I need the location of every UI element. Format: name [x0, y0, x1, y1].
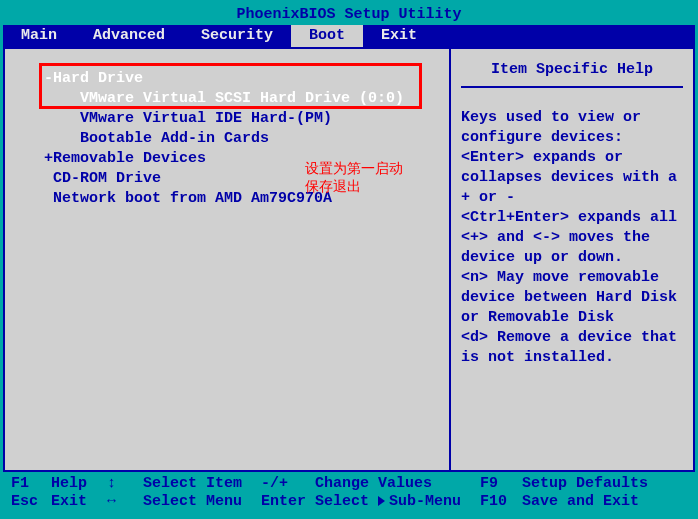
menu-boot[interactable]: Boot	[291, 25, 363, 47]
leftright-arrow-icon	[107, 493, 143, 511]
key-esc-label: Exit	[51, 493, 107, 511]
app-title: PhoenixBIOS Setup Utility	[3, 3, 695, 25]
help-title: Item Specific Help	[461, 57, 683, 88]
updown-arrow-icon	[107, 475, 143, 493]
footer-keys: F1 Help Select Item -/+ Change Values F9…	[3, 472, 695, 516]
help-body: Keys used to view or configure devices: …	[461, 108, 683, 368]
menu-bar: Main Advanced Security Boot Exit	[3, 25, 695, 47]
key-enter[interactable]: Enter	[261, 493, 315, 511]
triangle-right-icon	[378, 496, 385, 506]
key-f9-label: Setup Defaults	[522, 475, 687, 493]
plusminus-key[interactable]: -/+	[261, 475, 315, 493]
key-f1[interactable]: F1	[11, 475, 51, 493]
key-f10[interactable]: F10	[480, 493, 522, 511]
select-menu-label: Select Menu	[143, 493, 261, 511]
boot-item-0[interactable]: -Hard Drive	[17, 69, 437, 89]
menu-exit[interactable]: Exit	[363, 25, 435, 47]
key-f9[interactable]: F9	[480, 475, 522, 493]
select-submenu-label: Select Sub-Menu	[315, 493, 480, 511]
bios-screen: PhoenixBIOS Setup Utility Main Advanced …	[0, 0, 698, 519]
annotation-text: 设置为第一启动 保存退出	[305, 159, 403, 195]
menu-advanced[interactable]: Advanced	[75, 25, 183, 47]
select-label-post: Sub-Menu	[389, 493, 461, 510]
menu-security[interactable]: Security	[183, 25, 291, 47]
key-f1-label: Help	[51, 475, 107, 493]
boot-item-2[interactable]: VMware Virtual IDE Hard-(PM)	[17, 109, 437, 129]
footer-row-2: Esc Exit Select Menu Enter Select Sub-Me…	[11, 493, 687, 511]
menu-main[interactable]: Main	[3, 25, 75, 47]
main-area: -Hard Drive VMware Virtual SCSI Hard Dri…	[3, 47, 695, 472]
boot-order-panel: -Hard Drive VMware Virtual SCSI Hard Dri…	[5, 49, 451, 470]
change-values-label: Change Values	[315, 475, 480, 493]
select-item-label: Select Item	[143, 475, 261, 493]
footer-row-1: F1 Help Select Item -/+ Change Values F9…	[11, 475, 687, 493]
select-label-pre: Select	[315, 493, 369, 510]
help-panel: Item Specific Help Keys used to view or …	[451, 49, 693, 470]
key-esc[interactable]: Esc	[11, 493, 51, 511]
boot-item-3[interactable]: Bootable Add-in Cards	[17, 129, 437, 149]
boot-item-1[interactable]: VMware Virtual SCSI Hard Drive (0:0)	[17, 89, 437, 109]
key-f10-label: Save and Exit	[522, 493, 687, 511]
